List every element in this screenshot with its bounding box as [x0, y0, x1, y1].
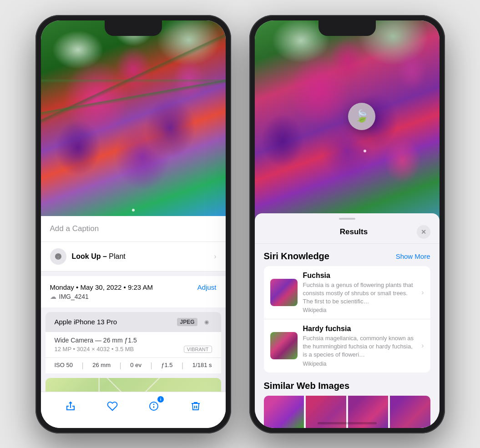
- camera-header: Apple iPhone 13 Pro JPEG ◉: [45, 312, 221, 332]
- similar-section: Similar Web Images: [255, 373, 440, 428]
- meta-section: Monday • May 30, 2022 • 9:23 AM Adjust ☁…: [41, 276, 226, 307]
- fuchsia-source: Wikipedia: [303, 307, 416, 313]
- hardy-text: Hardy fuchsia Fuchsia magellanica, commo…: [303, 325, 416, 367]
- camera-details: Wide Camera — 26 mm ƒ1.5 12 MP • 3024 × …: [45, 332, 221, 357]
- siri-knowledge-header: Siri Knowledge Show More: [264, 251, 430, 262]
- phone2-photo-area: 🍃: [255, 20, 440, 221]
- results-title: Results: [278, 227, 430, 237]
- delete-button[interactable]: [186, 396, 206, 416]
- phone-2-screen: 🍃 Results ✕ Siri Knowledge: [255, 20, 440, 428]
- results-panel[interactable]: Results ✕ Siri Knowledge Show More: [255, 213, 440, 428]
- meta-date: Monday • May 30, 2022 • 9:23 AM: [50, 283, 153, 291]
- caption-field[interactable]: Add a Caption: [41, 216, 226, 242]
- hardy-source: Wikipedia: [303, 361, 416, 367]
- lookup-chevron: ›: [214, 252, 216, 261]
- lookup-icon: [50, 248, 66, 265]
- notch-2: [318, 20, 376, 36]
- adjust-button[interactable]: Adjust: [197, 283, 217, 291]
- bottom-toolbar: i: [41, 392, 226, 428]
- lookup-subject: Plant: [109, 252, 125, 260]
- siri-knowledge-section: Siri Knowledge Show More Fuchsia: [255, 244, 440, 372]
- exif-row: ISO 50 | 26 mm | 0 ev | ƒ1.5 | 1/181 s: [45, 357, 221, 373]
- knowledge-item-fuchsia[interactable]: Fuchsia Fuchsia is a genus of flowering …: [264, 266, 430, 320]
- share-button[interactable]: [61, 396, 81, 416]
- hardy-name: Hardy fuchsia: [303, 325, 416, 333]
- photo-dot-indicator: [132, 209, 135, 211]
- hardy-thumb-image: [270, 332, 298, 359]
- cloud-icon: ☁: [50, 293, 56, 300]
- phone2-flower: [255, 20, 440, 221]
- jpeg-badge: JPEG: [177, 318, 197, 326]
- exif-sep-2: |: [120, 362, 121, 370]
- exif-sep-4: |: [182, 362, 183, 370]
- siri-knowledge-title: Siri Knowledge: [264, 251, 329, 262]
- location-icon: ◉: [201, 317, 212, 327]
- exif-aperture: ƒ1.5: [161, 362, 172, 370]
- leaf-icon: [54, 252, 63, 261]
- phone2-flower-overlay: [255, 20, 440, 221]
- meta-filename-row: ☁ IMG_4241: [50, 293, 217, 300]
- hardy-chevron: ›: [421, 342, 424, 350]
- favorite-button[interactable]: [102, 396, 122, 416]
- fuchsia-desc: Fuchsia is a genus of flowering plants t…: [303, 281, 416, 306]
- flower-photo: [41, 20, 226, 216]
- knowledge-item-hardy[interactable]: Hardy fuchsia Fuchsia magellanica, commo…: [264, 319, 430, 372]
- lookup-label: Look Up – Plant: [72, 252, 126, 261]
- exif-sep-1: |: [82, 362, 84, 370]
- exif-focal: 26 mm: [92, 362, 111, 370]
- siri-dot: [364, 150, 366, 152]
- exif-ev: 0 ev: [130, 362, 141, 370]
- flower-stems: [41, 20, 226, 216]
- similar-title: Similar Web Images: [264, 381, 430, 391]
- results-close-button[interactable]: ✕: [417, 225, 430, 239]
- fuchsia-text: Fuchsia Fuchsia is a genus of flowering …: [303, 272, 416, 314]
- info-button[interactable]: i: [144, 396, 164, 416]
- similar-image-1[interactable]: [264, 396, 304, 428]
- fuchsia-chevron: ›: [421, 288, 424, 297]
- show-more-button[interactable]: Show More: [396, 252, 430, 260]
- lookup-label-bold: Look Up –: [72, 252, 107, 260]
- siri-leaf-icon: 🍃: [354, 109, 369, 123]
- lookup-section[interactable]: Look Up – Plant ›: [41, 242, 226, 272]
- camera-specs-row: 12 MP • 3024 × 4032 • 3.5 MB VIBRANT: [55, 346, 212, 353]
- camera-specs: 12 MP • 3024 × 4032 • 3.5 MB: [55, 346, 134, 352]
- meta-date-row: Monday • May 30, 2022 • 9:23 AM Adjust: [50, 283, 217, 291]
- info-badge: i: [157, 396, 164, 403]
- hardy-desc: Fuchsia magellanica, commonly known as t…: [303, 334, 416, 359]
- exif-sep-3: |: [150, 362, 152, 370]
- knowledge-card: Fuchsia Fuchsia is a genus of flowering …: [264, 266, 430, 372]
- hardy-thumbnail: [270, 332, 298, 359]
- exif-shutter: 1/181 s: [192, 362, 212, 370]
- vibrant-badge: VIBRANT: [184, 346, 212, 353]
- fuchsia-thumbnail: [270, 279, 298, 306]
- similar-image-4[interactable]: [390, 396, 430, 428]
- camera-wide: Wide Camera — 26 mm ƒ1.5: [55, 337, 212, 344]
- meta-filename: IMG_4241: [59, 293, 89, 300]
- exif-iso: ISO 50: [55, 362, 73, 370]
- photo-area[interactable]: [41, 20, 226, 216]
- fuchsia-name: Fuchsia: [303, 272, 416, 280]
- results-header: Results ✕: [255, 220, 440, 244]
- phone-2-content: 🍃 Results ✕ Siri Knowledge: [255, 20, 440, 428]
- phone-1: Add a Caption Look Up – Plant: [35, 15, 231, 433]
- fuchsia-thumb-image: [270, 279, 298, 306]
- phone-2: 🍃 Results ✕ Siri Knowledge: [249, 15, 445, 433]
- phone-1-screen: Add a Caption Look Up – Plant: [41, 20, 226, 428]
- siri-visual-intelligence-button[interactable]: 🍃: [348, 103, 375, 130]
- home-indicator-2: [318, 422, 377, 424]
- phone-1-content: Add a Caption Look Up – Plant: [41, 20, 226, 428]
- caption-placeholder[interactable]: Add a Caption: [50, 224, 99, 233]
- camera-name: Apple iPhone 13 Pro: [55, 318, 117, 326]
- notch: [105, 20, 162, 36]
